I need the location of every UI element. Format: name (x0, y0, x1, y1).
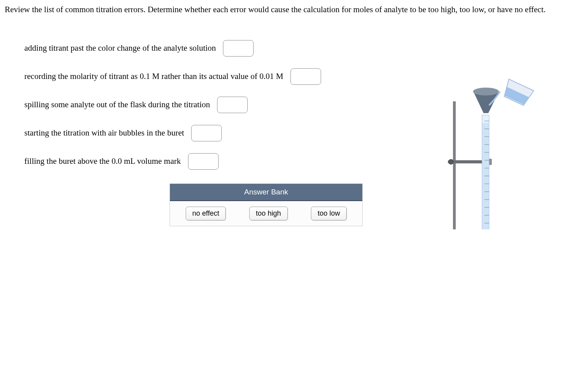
answer-bank: Answer Bank no effect too high too low (170, 183, 363, 226)
error-row: adding titrant past the color change of … (24, 40, 583, 57)
row-label: spilling some analyte out of the flask d… (24, 100, 210, 110)
question-text: Review the list of common titration erro… (5, 3, 583, 16)
drop-slot[interactable] (223, 40, 254, 57)
svg-point-23 (473, 88, 499, 95)
answer-chip-no-effect[interactable]: no effect (186, 207, 226, 220)
answer-bank-body: no effect too high too low (170, 201, 362, 226)
row-label: starting the titration with air bubbles … (24, 128, 184, 138)
drop-slot[interactable] (217, 97, 248, 113)
titration-apparatus-image (434, 78, 536, 229)
answer-bank-title: Answer Bank (170, 184, 362, 201)
row-label: filling the buret above the 0.0 mL volum… (24, 156, 181, 166)
drop-slot[interactable] (191, 125, 222, 141)
answer-chip-too-low[interactable]: too low (311, 207, 347, 220)
row-label: recording the molarity of titrant as 0.1… (24, 71, 283, 81)
answer-chip-too-high[interactable]: too high (249, 207, 288, 220)
svg-rect-0 (453, 101, 456, 229)
drop-slot[interactable] (290, 68, 321, 85)
row-label: adding titrant past the color change of … (24, 43, 216, 53)
svg-point-2 (448, 159, 454, 165)
drop-slot[interactable] (188, 153, 219, 170)
